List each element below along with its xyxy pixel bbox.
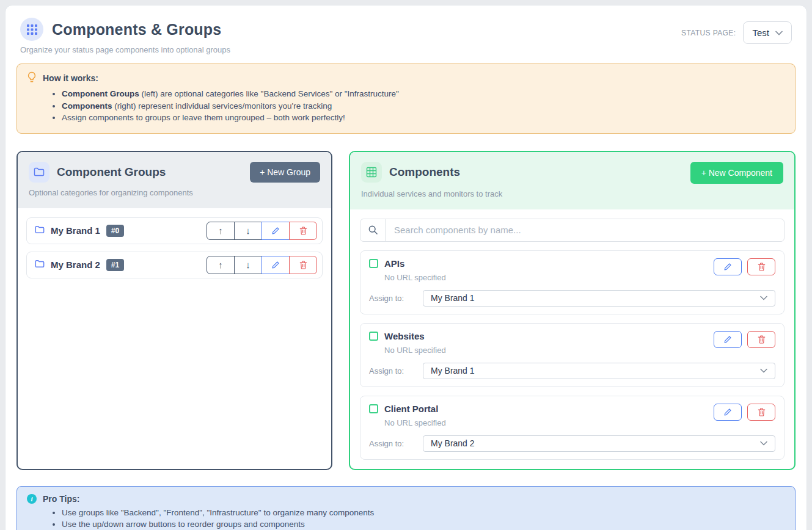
components-body: APIs No URL specified Assign to: My Bran… xyxy=(350,209,794,469)
apps-grid-icon xyxy=(20,18,43,41)
assign-group-select[interactable]: My Brand 1 xyxy=(423,290,775,307)
move-down-button[interactable]: ↓ xyxy=(234,256,262,274)
component-name: Websites xyxy=(384,331,425,341)
groups-panel-subtitle: Optional categories for organizing compo… xyxy=(29,188,320,197)
folder-icon xyxy=(29,162,49,183)
move-up-button[interactable]: ↑ xyxy=(207,222,235,240)
group-order-badge: #0 xyxy=(106,225,124,237)
assign-to-label: Assign to: xyxy=(369,294,423,303)
search-icon xyxy=(360,219,386,241)
assign-group-select[interactable]: My Brand 2 xyxy=(423,435,775,452)
search-input[interactable] xyxy=(386,219,784,241)
component-search xyxy=(360,219,785,242)
page-title: Components & Groups xyxy=(52,21,221,38)
status-page-selector: STATUS PAGE: Test xyxy=(681,21,792,44)
components-panel-title: Components xyxy=(389,165,460,179)
components-panel-subtitle: Individual services and monitors to trac… xyxy=(361,189,783,198)
component-groups-panel: Component Groups + New Group Optional ca… xyxy=(16,151,332,470)
component-actions xyxy=(714,331,775,348)
component-actions xyxy=(714,404,775,421)
edit-component-button[interactable] xyxy=(714,331,742,348)
component-actions xyxy=(714,258,775,275)
pro-tips-title: Pro Tips: xyxy=(43,494,79,504)
how-it-works-callout: How it works: Component Groups (left) ar… xyxy=(16,64,796,134)
pro-tips-list: Use groups like "Backend", "Frontend", "… xyxy=(62,508,785,530)
lightbulb-icon xyxy=(27,71,37,85)
component-name: APIs xyxy=(384,258,404,269)
edit-component-button[interactable] xyxy=(714,258,742,275)
assigned-group-value: My Brand 2 xyxy=(431,438,475,448)
status-page-select[interactable]: Test xyxy=(743,21,792,44)
delete-component-button[interactable] xyxy=(747,404,775,421)
status-page-value: Test xyxy=(752,27,769,38)
group-order-badge: #1 xyxy=(106,259,124,271)
callout-bullet: Component Groups (left) are optional cat… xyxy=(62,89,785,98)
delete-group-button[interactable] xyxy=(289,256,317,274)
status-page-label: STATUS PAGE: xyxy=(681,29,736,37)
groups-list: My Brand 1 #0 ↑ ↓ My Brand 2 #1 ↑ xyxy=(18,208,331,469)
page-header: Components & Groups Organize your status… xyxy=(16,15,796,54)
pro-tips-callout: i Pro Tips: Use groups like "Backend", "… xyxy=(16,486,796,530)
callout-bullet: Use groups like "Backend", "Frontend", "… xyxy=(62,508,785,517)
components-list: APIs No URL specified Assign to: My Bran… xyxy=(360,250,785,460)
assign-to-label: Assign to: xyxy=(369,366,423,376)
delete-group-button[interactable] xyxy=(289,222,317,240)
group-actions: ↑ ↓ xyxy=(207,256,317,274)
components-groups-page: Components & Groups Organize your status… xyxy=(5,5,807,530)
grid-table-icon xyxy=(361,162,382,183)
group-row: My Brand 2 #1 ↑ ↓ xyxy=(26,252,323,278)
new-group-button[interactable]: + New Group xyxy=(250,162,320,183)
assigned-group-value: My Brand 1 xyxy=(431,366,475,376)
component-url-status: No URL specified xyxy=(384,346,446,355)
how-it-works-title: How it works: xyxy=(43,73,98,83)
edit-group-button[interactable] xyxy=(262,256,290,274)
component-checkbox[interactable] xyxy=(369,332,378,341)
chevron-down-icon xyxy=(760,296,767,300)
groups-panel-title: Component Groups xyxy=(57,165,166,179)
assigned-group-value: My Brand 1 xyxy=(431,293,475,303)
chevron-down-icon xyxy=(760,368,767,373)
edit-component-button[interactable] xyxy=(714,404,742,421)
group-actions: ↑ ↓ xyxy=(207,222,317,240)
component-checkbox[interactable] xyxy=(369,404,378,413)
callout-bullet: Assign components to groups or leave the… xyxy=(62,113,785,122)
info-icon: i xyxy=(27,494,37,504)
group-name: My Brand 1 xyxy=(51,225,100,236)
component-card: APIs No URL specified Assign to: My Bran… xyxy=(360,250,785,314)
edit-group-button[interactable] xyxy=(262,222,290,240)
new-component-button[interactable]: + New Component xyxy=(690,162,783,184)
component-card: Websites No URL specified Assign to: My … xyxy=(360,323,785,387)
chevron-down-icon xyxy=(760,441,767,446)
callout-bullet: Use the up/down arrow buttons to reorder… xyxy=(62,520,785,529)
components-panel-header: Components + New Component Individual se… xyxy=(350,152,794,209)
chevron-down-icon xyxy=(775,31,783,35)
assign-group-select[interactable]: My Brand 1 xyxy=(423,363,775,379)
groups-panel-header: Component Groups + New Group Optional ca… xyxy=(18,152,331,208)
component-url-status: No URL specified xyxy=(384,418,446,427)
component-name: Client Portal xyxy=(384,404,438,414)
folder-icon xyxy=(35,260,45,270)
how-it-works-list: Component Groups (left) are optional cat… xyxy=(62,89,785,122)
page-header-left: Components & Groups Organize your status… xyxy=(20,18,230,54)
callout-bullet: Components (right) represent individual … xyxy=(62,101,785,111)
delete-component-button[interactable] xyxy=(747,331,775,348)
component-url-status: No URL specified xyxy=(384,273,446,282)
components-panel: Components + New Component Individual se… xyxy=(349,151,796,470)
panels-row: Component Groups + New Group Optional ca… xyxy=(16,151,796,470)
component-card: Client Portal No URL specified Assign to… xyxy=(360,396,785,460)
delete-component-button[interactable] xyxy=(747,258,775,275)
move-down-button[interactable]: ↓ xyxy=(234,222,262,240)
move-up-button[interactable]: ↑ xyxy=(207,256,235,274)
component-checkbox[interactable] xyxy=(369,259,378,268)
group-row: My Brand 1 #0 ↑ ↓ xyxy=(26,217,323,244)
folder-icon xyxy=(35,225,45,236)
assign-to-label: Assign to: xyxy=(369,439,423,448)
group-name: My Brand 2 xyxy=(51,260,100,270)
page-subtitle: Organize your status page components int… xyxy=(20,45,230,54)
